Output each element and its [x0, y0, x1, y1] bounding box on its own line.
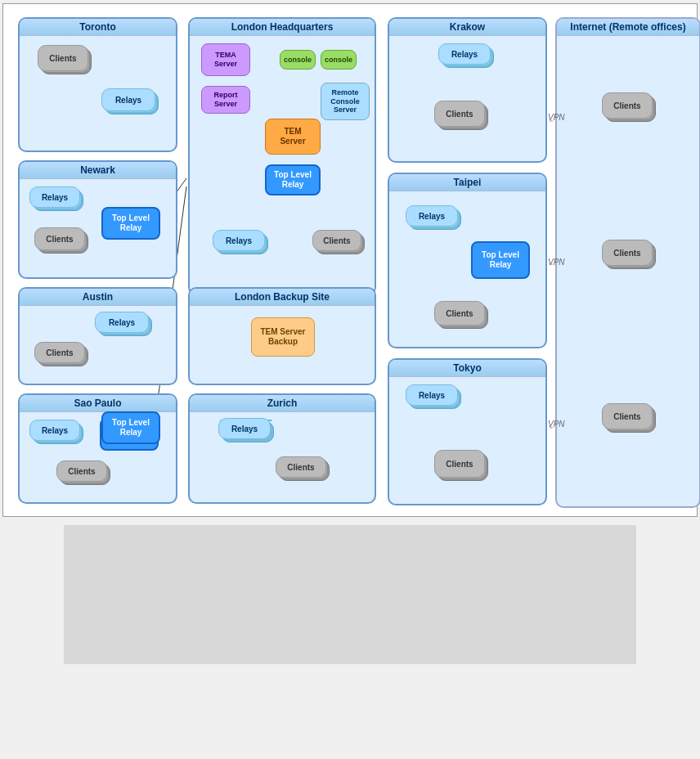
taipei-relays: Relays — [406, 205, 464, 233]
vpn-label-bot: VPN — [548, 420, 565, 429]
site-krakow: Krakow Relays Clients — [388, 17, 547, 163]
saopaullo-title: Sao Paulo — [20, 395, 176, 412]
site-internet: Internet (Remote offices) Clients Client… — [555, 17, 700, 508]
bottom-placeholder — [64, 525, 636, 664]
zurich-clients: Clients — [276, 456, 333, 486]
krakow-title: Krakow — [389, 19, 545, 36]
london-tema: TEMA Server — [201, 43, 250, 76]
tokyo-title: Tokyo — [389, 360, 545, 377]
londonhq-title: London Headquarters — [190, 19, 375, 36]
site-londonbackup: London Backup Site TEM Server Backup — [188, 287, 376, 385]
site-zurich: Zurich Relays Clients — [188, 393, 376, 504]
toronto-relays: Relays — [101, 88, 162, 119]
austin-relays: Relays — [95, 312, 155, 339]
london-console1: console — [280, 50, 316, 70]
site-taipei: Taipei Relays Top Level Relay Clients — [388, 173, 547, 348]
main-diagram: Toronto Clients Relays Newark Relays — [2, 3, 698, 517]
site-austin: Austin Relays Clients — [18, 287, 177, 385]
site-toronto: Toronto Clients Relays — [18, 17, 177, 152]
taipei-title: Taipei — [389, 174, 545, 191]
tokyo-clients: Clients — [434, 450, 491, 486]
newark-clients: Clients — [34, 227, 92, 258]
newark-title: Newark — [20, 162, 176, 179]
taipei-clients: Clients — [434, 301, 491, 334]
vpn-label-mid: VPN — [548, 258, 565, 267]
saopaullo-relays: Relays — [29, 420, 87, 447]
taipei-tlr: Top Level Relay — [471, 241, 530, 279]
toronto-title: Toronto — [20, 19, 176, 36]
krakow-clients: Clients — [434, 101, 491, 137]
zurich-title: Zurich — [190, 395, 375, 412]
tokyo-relays: Relays — [406, 384, 464, 412]
london-tem-backup: TEM Server Backup — [251, 317, 315, 357]
vpn-label-top: VPN — [548, 113, 565, 122]
london-clients-right: Clients — [312, 230, 368, 259]
london-tlr: Top Level Relay — [265, 164, 321, 195]
londonbackup-title: London Backup Site — [190, 289, 375, 306]
austin-title: Austin — [20, 289, 176, 306]
london-console2: console — [321, 50, 357, 70]
internet-title: Internet (Remote offices) — [557, 19, 699, 36]
london-report: Report Server — [201, 86, 250, 114]
newark-tlr: Top Level Relay — [101, 207, 160, 240]
london-relays-left: Relays — [213, 230, 271, 258]
internet-clients-top: Clients — [602, 92, 659, 127]
newark-relays: Relays — [29, 186, 87, 214]
internet-clients-mid: Clients — [602, 240, 659, 274]
site-saopaullo: Sao Paulo Relays Top Level Relay Clients — [18, 393, 177, 504]
london-rcs: Remote Console Server — [321, 83, 370, 120]
toronto-clients: Clients — [38, 45, 95, 79]
london-tem: TEM Server — [265, 119, 321, 155]
zurich-nearby-tlr: Top Level Relay — [101, 411, 160, 444]
internet-clients-bot: Clients — [602, 403, 659, 438]
site-londonhq: London Headquarters TEMA Server Report S… — [188, 17, 376, 295]
krakow-relays: Relays — [438, 43, 497, 71]
zurich-relays: Relays — [218, 418, 277, 446]
saopaullo-clients: Clients — [56, 460, 114, 490]
diagram-area: Toronto Clients Relays Newark Relays — [10, 11, 690, 510]
site-tokyo: Tokyo Relays Clients — [388, 358, 547, 505]
austin-clients: Clients — [34, 342, 92, 371]
site-newark: Newark Relays Top Level Relay Clients — [18, 160, 177, 279]
